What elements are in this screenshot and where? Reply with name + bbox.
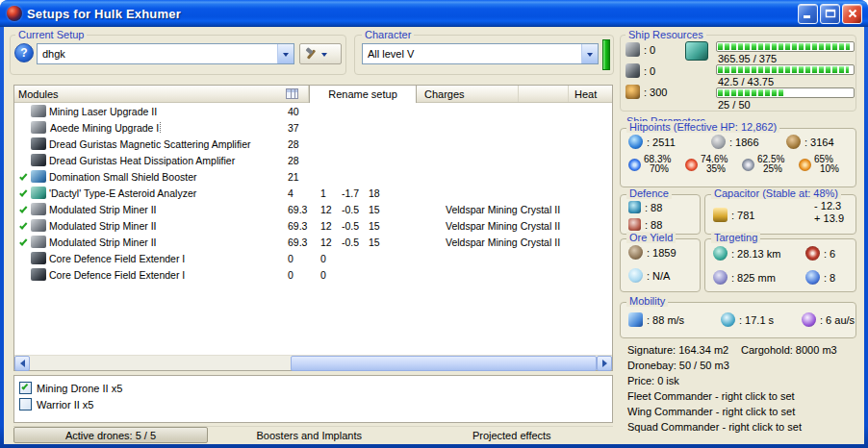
ore-yield-value: : 1859 [647, 247, 677, 259]
module-row[interactable]: 'Dactyl' Type-E Asteroid Analyzer 4 1 -1… [14, 185, 612, 201]
scroll-right-button[interactable] [597, 356, 612, 371]
module-row[interactable]: Modulated Strip Miner II 69.3 12 -0.5 15… [14, 217, 612, 234]
module-row[interactable]: Dread Guristas Heat Dissipation Amplifie… [14, 152, 612, 168]
module-col-2: 12 [320, 236, 342, 248]
current-setup-combobox[interactable]: dhgk [37, 43, 294, 64]
drone-checkbox[interactable] [19, 382, 32, 394]
module-row[interactable]: Modulated Strip Miner II 69.3 12 -0.5 15… [14, 201, 612, 217]
drone-row[interactable]: Mining Drone II x5 [19, 380, 612, 396]
module-row-selected[interactable]: Aoede Mining Upgrade I 37 [14, 119, 612, 136]
module-row[interactable]: Mining Laser Upgrade II 40 [14, 103, 612, 119]
calibration: : 300 [625, 85, 667, 99]
module-icon [31, 252, 46, 264]
dronebay-text: Dronebay: 50 / 50 m3 [627, 360, 729, 371]
maximize-button[interactable] [820, 4, 840, 24]
module-col-1: 28 [288, 138, 320, 150]
module-row[interactable]: Modulated Strip Miner II 69.3 12 -0.5 15… [14, 234, 612, 250]
module-row[interactable]: Domination Small Shield Booster 21 [14, 168, 612, 185]
shield-icon [628, 135, 643, 149]
module-icon [31, 236, 46, 248]
module-col-1: 28 [288, 155, 320, 166]
module-col-4: 15 [369, 204, 446, 215]
fitted-check-icon [19, 205, 27, 213]
shield-boost-icon [628, 218, 641, 231]
bottom-bar: Active drones: 5 / 5 Boosters and Implan… [13, 426, 613, 443]
module-col-1: 40 [288, 106, 320, 117]
close-icon [847, 8, 858, 19]
module-col-1: 69.3 [288, 204, 320, 215]
drone-checkbox[interactable] [19, 398, 32, 411]
module-row[interactable]: Core Defence Field Extender I 0 0 [14, 266, 612, 283]
modules-list: Mining Laser Upgrade II 40 Aoede Mining … [14, 103, 612, 354]
fitted-check-icon [19, 237, 27, 246]
module-col-4: 15 [369, 236, 446, 248]
modules-column-header[interactable]: Modules [14, 86, 309, 102]
character-label: Character [362, 29, 414, 40]
fleet-commander-text[interactable]: Fleet Commander - right click to set [627, 390, 795, 402]
fitted-check-icon [19, 172, 27, 181]
boosters-implants-button[interactable]: Boosters and Implants [208, 427, 411, 443]
drone-label: Mining Drone II x5 [37, 383, 122, 394]
speed-icon [628, 312, 643, 327]
capacitor-panel: Capacitor (Stable at: 48%) : 781 - 12.3 … [704, 194, 856, 235]
module-col-3: -0.5 [342, 204, 369, 215]
help-button[interactable]: ? [14, 43, 34, 62]
chevron-down-icon [283, 53, 289, 60]
thermal-resist-icon [685, 159, 698, 171]
title-bar[interactable]: Setups for Hulk Exhumer [0, 0, 868, 27]
speed-value: : 88 m/s [647, 314, 684, 326]
module-col-2: 0 [320, 253, 342, 264]
projected-effects-button[interactable]: Projected effects [411, 427, 614, 443]
ship-resources-label: Ship Resources [625, 29, 706, 40]
arrow-left-icon [16, 360, 25, 367]
launcher-hardpoints-value: : 0 [644, 65, 655, 77]
shield-hp: : 2511 [647, 137, 676, 148]
scrollbar-track[interactable] [30, 356, 597, 371]
module-col-1: 37 [288, 122, 320, 134]
cargohold-text: Cargohold: 8000 m3 [741, 344, 837, 356]
module-name: Aoede Mining Upgrade I [49, 122, 160, 134]
price-text: Price: 0 isk [627, 375, 679, 386]
bandwidth-text: 25 / 50 [718, 99, 751, 111]
capacitor-capacity: : 781 [731, 210, 754, 221]
capacitor-icon [713, 208, 728, 222]
explosive-resist-icon [799, 159, 811, 171]
combo-arrow-button[interactable] [581, 44, 598, 63]
warp-speed-value: : 6 au/s [820, 314, 855, 326]
defence-label: Defence [626, 187, 672, 199]
combo-arrow-button[interactable] [277, 44, 294, 63]
wing-commander-text[interactable]: Wing Commander - right click to set [627, 406, 795, 417]
horizontal-scrollbar[interactable] [14, 355, 612, 370]
module-col-3: -1.7 [342, 187, 369, 199]
calibration-value: : 300 [644, 87, 667, 98]
module-charge: Veldspar Mining Crystal II [446, 220, 612, 232]
scan-resolution-value: : 825 mm [731, 272, 776, 284]
character-combobox[interactable]: All level V [362, 43, 599, 64]
chevron-down-icon [587, 53, 593, 60]
ice-yield-icon [628, 268, 643, 283]
column-select-icon[interactable] [286, 88, 298, 99]
module-icon [31, 137, 46, 150]
module-name: Dread Guristas Heat Dissipation Amplifie… [49, 155, 288, 166]
close-button[interactable] [842, 4, 862, 24]
module-icon [31, 121, 46, 134]
module-row[interactable]: Dread Guristas Magnetic Scattering Ampli… [14, 136, 612, 152]
module-col-4: 15 [369, 220, 446, 232]
skill-level-bar [602, 39, 610, 70]
module-icon [31, 268, 46, 281]
targeting-range-value: : 28.13 km [731, 248, 780, 260]
scrollbar-thumb[interactable] [291, 356, 597, 371]
setup-tools-button[interactable] [299, 43, 342, 64]
charges-column-header[interactable]: Charges [417, 86, 519, 102]
minimize-button[interactable] [798, 4, 818, 24]
heat-column-header[interactable]: Heat [569, 86, 612, 102]
active-drones-panel[interactable]: Active drones: 5 / 5 [13, 427, 208, 443]
tab-rename-setup[interactable]: Rename setup [309, 86, 417, 103]
module-row[interactable]: Core Defence Field Extender I 0 0 [14, 250, 612, 266]
module-col-4: 18 [369, 187, 446, 199]
calibration-icon [625, 85, 640, 99]
drone-row[interactable]: Warrior II x5 [19, 396, 612, 412]
squad-commander-text[interactable]: Squad Commander - right click to set [627, 421, 802, 433]
armor-icon [711, 135, 726, 149]
scroll-left-button[interactable] [14, 356, 30, 371]
